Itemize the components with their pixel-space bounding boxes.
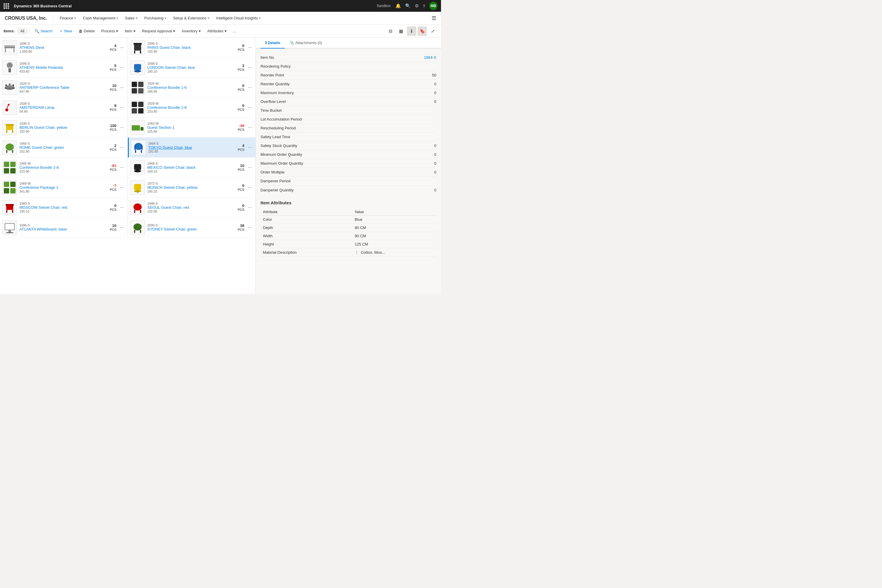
item-name[interactable]: Conference Bundle 1-6 [147, 85, 235, 90]
item-more-button[interactable]: ⋯ [119, 144, 125, 151]
list-item[interactable]: 1953-W Guest Section 1 125.80 -49 PCS ⋯ [128, 118, 255, 138]
list-item[interactable]: 1964-S TOKYO Guest Chair, blue 192.80 4 … [128, 138, 255, 158]
avatar[interactable]: MB [429, 2, 438, 10]
notification-icon[interactable]: 🔔 [395, 3, 401, 9]
item-name[interactable]: MUNICH Swivel Chair, yellow [147, 185, 235, 190]
list-item[interactable]: 1960-S ROME Guest Chair, green 192.80 2 … [0, 138, 128, 158]
item-name[interactable]: MOSCOW Swivel Chair, red [20, 205, 107, 210]
list-item[interactable]: 1980-S MOSCOW Swivel Chair, red 190.10 0… [0, 198, 128, 218]
item-more-button[interactable]: ⋯ [247, 64, 253, 71]
info-btn[interactable]: ℹ [407, 27, 416, 36]
tab-attachments[interactable]: 📎 Attachments (0) [285, 38, 327, 48]
item-number: 1964-S [148, 142, 235, 145]
item-more-button[interactable]: ⋯ [119, 164, 125, 171]
svg-rect-16 [6, 124, 14, 126]
list-columns: 1896-S ATHENS Desk 1,000.80 4 PCS ⋯ 1906… [0, 38, 255, 237]
list-item[interactable]: 1968-S MEXICO Swivel Chair, black 190.10… [128, 158, 255, 178]
expand-btn[interactable]: ⤢ [428, 27, 438, 36]
nav-item-cloud[interactable]: Intelligent Cloud Insights ▾ [213, 14, 263, 22]
item-thumbnail [2, 40, 17, 55]
settings-icon[interactable]: ⚙ [415, 3, 418, 9]
item-name[interactable]: PARIS Guest Chair, black [147, 45, 235, 50]
delete-button[interactable]: 🗑 Delete [75, 27, 98, 35]
filter-all-badge[interactable]: All [17, 28, 27, 34]
item-more-button[interactable]: ⋯ [247, 104, 253, 111]
detail-field-row: Reordering Policy [261, 62, 436, 71]
help-icon[interactable]: ? [423, 3, 425, 9]
nav-item-setup[interactable]: Setup & Extensions ▾ [170, 14, 212, 22]
nav-item-purchasing[interactable]: Purchasing ▾ [141, 14, 169, 22]
item-more-button[interactable]: ⋯ [247, 184, 253, 191]
item-more-button[interactable]: ⋯ [119, 104, 125, 111]
search-button[interactable]: 🔍 Search [32, 27, 56, 35]
list-item[interactable]: 1896-S ATHENS Desk 1,000.80 4 PCS ⋯ [0, 38, 128, 58]
list-item[interactable]: 1900-S PARIS Guest Chair, black 192.80 0… [128, 38, 255, 58]
list-item[interactable]: 1908-S LONDON Swivel Chair, blue 190.10 … [128, 58, 255, 78]
item-name[interactable]: SYDNEY Swivel Chair, green [147, 227, 235, 231]
list-item[interactable]: 1936-S BERLIN Guest Chair, yellow 192.80… [0, 118, 128, 138]
item-name[interactable]: AMSTERDAM Lamp [20, 105, 107, 110]
attr-row: Height 125 CM [261, 240, 436, 248]
item-more-button[interactable]: ⋯ [247, 44, 253, 51]
svg-rect-69 [134, 230, 135, 233]
item-name[interactable]: ATHENS Mobile Pedestal [20, 65, 107, 70]
attr-more-icon[interactable]: ⋮ [355, 250, 358, 255]
item-name[interactable]: BERLIN Guest Chair, yellow [20, 125, 107, 130]
item-more-button[interactable]: ⋯ [119, 64, 125, 71]
list-item[interactable]: 1929-W Conference Bundle 1-8 233.80 0 PC… [128, 98, 255, 118]
item-more-button[interactable]: ⋯ [119, 204, 125, 211]
item-name[interactable]: Conference Bundle 1-8 [147, 105, 235, 110]
list-item[interactable]: 1988-S SEOUL Guest Chair, red 192.80 0 P… [128, 198, 255, 218]
nav-item-finance[interactable]: Finance ▾ [57, 14, 79, 22]
view-toggle-btn[interactable]: ▦ [396, 27, 406, 36]
item-name[interactable]: ATHENS Desk [20, 45, 107, 50]
hamburger-menu[interactable]: ☰ [432, 15, 436, 21]
waffle-menu[interactable] [3, 3, 9, 9]
list-item[interactable]: 1920-S ANTWERP Conference Table 647.80 1… [0, 78, 128, 98]
item-more-button[interactable]: ⋯ [247, 144, 253, 151]
item-more-button[interactable]: ⋯ [247, 224, 253, 231]
item-more-button[interactable]: ⋯ [247, 124, 253, 131]
item-name[interactable]: Conference Package 1 [20, 185, 107, 190]
item-name[interactable]: LONDON Swivel Chair, blue [147, 65, 235, 70]
list-item[interactable]: 1906-S ATHENS Mobile Pedestal 433.60 5 P… [0, 58, 128, 78]
tab-details[interactable]: ℹ Details [261, 38, 285, 48]
item-more-button[interactable]: ⋯ [247, 164, 253, 171]
attributes-button[interactable]: Attributes ▾ [204, 27, 230, 35]
item-name[interactable]: Guest Section 1 [147, 125, 235, 130]
item-name[interactable]: ATLANTA Whiteboard, base [20, 227, 107, 231]
list-item[interactable]: 1972-S MUNICH Swivel Chair, yellow 190.1… [128, 178, 255, 198]
process-button[interactable]: Process ▾ [98, 27, 121, 35]
list-item[interactable]: 1969-W Conference Package 1 341.80 -7 PC… [0, 178, 128, 198]
item-more-button[interactable]: ⋯ [119, 44, 125, 51]
inventory-button[interactable]: Inventory ▾ [179, 27, 204, 35]
list-item[interactable]: 1996-S ATLANTA Whiteboard, base 10 PCS ⋯ [0, 218, 128, 237]
item-more-button[interactable]: ⋯ [119, 184, 125, 191]
list-item[interactable]: 1925-W Conference Bundle 1-6 188.80 0 PC… [128, 78, 255, 98]
new-button[interactable]: ＋ New [56, 27, 75, 35]
nav-item-sales[interactable]: Sales ▾ [122, 14, 140, 22]
item-name[interactable]: TOKYO Guest Chair, blue [148, 145, 235, 150]
search-icon[interactable]: 🔍 [405, 3, 411, 9]
request-approval-button[interactable]: Request Approval ▾ [139, 27, 178, 35]
item-more-button[interactable]: ⋯ [119, 84, 125, 91]
list-item[interactable]: 1965-W Conference Bundle 2-8 233.80 -81 … [0, 158, 128, 178]
item-more-button[interactable]: ⋯ [247, 84, 253, 91]
item-quantity: 0 PCS [110, 204, 116, 212]
nav-item-cash-management[interactable]: Cash Management ▾ [80, 14, 121, 22]
item-name[interactable]: ROME Guest Chair, green [20, 145, 107, 150]
item-name[interactable]: MEXICO Swivel Chair, black [147, 165, 235, 170]
more-button[interactable]: ... [230, 27, 239, 35]
list-item[interactable]: 1928-S AMSTERDAM Lamp 54.90 8 PCS ⋯ [0, 98, 128, 118]
item-name[interactable]: SEOUL Guest Chair, red [147, 205, 235, 210]
item-more-button[interactable]: ⋯ [247, 204, 253, 211]
detail-field-value[interactable]: 1964-S [424, 55, 436, 60]
item-name[interactable]: Conference Bundle 2-8 [20, 165, 107, 170]
item-name[interactable]: ANTWERP Conference Table [20, 85, 107, 90]
item-more-button[interactable]: ⋯ [119, 224, 125, 231]
item-button[interactable]: Item ▾ [122, 27, 138, 35]
bookmark-btn[interactable]: 🔖 [417, 27, 427, 36]
filter-icon-btn[interactable]: ⊟ [386, 27, 395, 36]
item-more-button[interactable]: ⋯ [119, 124, 125, 131]
list-item[interactable]: 2000-S SYDNEY Swivel Chair, green 38 PCS… [128, 218, 255, 237]
